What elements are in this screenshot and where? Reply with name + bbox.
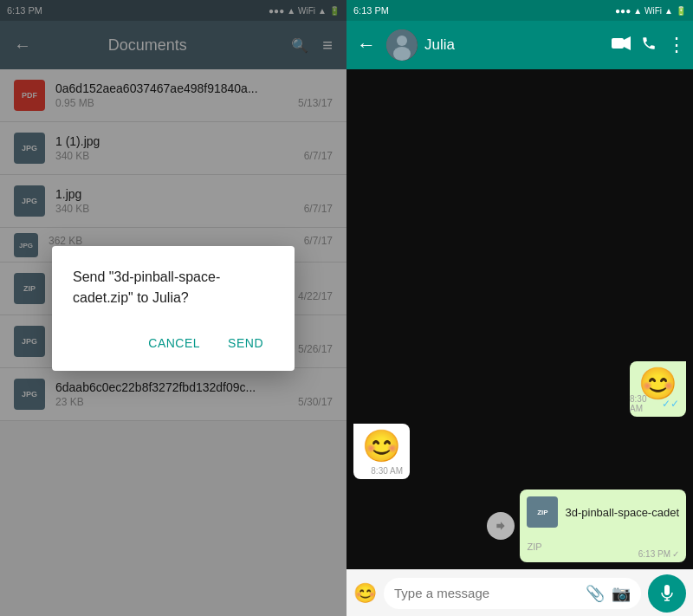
avatar-image: [386, 29, 418, 61]
cancel-button[interactable]: CANCEL: [138, 329, 210, 357]
file-bubble-details: 3d-pinball-space-cadet: [565, 506, 679, 519]
forward-button[interactable]: [487, 512, 515, 540]
file-msg-meta: 6:13 PM ✓: [638, 549, 679, 559]
file-bubble: ZIP 3d-pinball-space-cadet ZIP 6:13 PM ✓: [520, 490, 686, 562]
svg-point-2: [393, 47, 411, 61]
attach-button[interactable]: 📎: [586, 584, 605, 603]
emoji-picker-button[interactable]: 😊: [353, 582, 377, 605]
svg-rect-3: [612, 38, 624, 49]
received-message: 😊 8:30 AM: [353, 424, 686, 479]
file-bubble-inner: ZIP 3d-pinball-space-cadet: [527, 496, 679, 528]
svg-point-1: [397, 36, 407, 46]
contact-avatar: [386, 29, 418, 61]
more-options-button[interactable]: ⋮: [667, 36, 686, 55]
zip-file-icon: ZIP: [527, 496, 558, 528]
chat-back-button[interactable]: ←: [353, 30, 379, 60]
msg-meta-sent: 8:30 AM ✓✓: [630, 394, 679, 413]
right-panel: 6:13 PM ●●● ▲ WiFi ▲ 🔋 ← Julia: [346, 0, 693, 616]
time-right: 6:13 PM: [353, 5, 389, 16]
single-tick-icon: ✓: [672, 549, 679, 559]
chat-body: 😊 8:30 AM ✓✓ 😊 8:30 AM: [346, 69, 693, 569]
emoji-received: 😊: [362, 431, 401, 462]
message-input-wrapper: 📎 📷: [384, 578, 641, 609]
video-call-button[interactable]: [612, 36, 631, 55]
mic-button[interactable]: [648, 574, 686, 613]
contact-name: Julia: [424, 36, 605, 54]
file-bubble-name: 3d-pinball-space-cadet: [565, 506, 679, 519]
chat-wallpaper: 😊 8:30 AM ✓✓ 😊 8:30 AM: [346, 69, 693, 569]
sent-message: 😊 8:30 AM ✓✓: [353, 361, 686, 417]
messages-area: 😊 8:30 AM ✓✓ 😊 8:30 AM: [353, 361, 686, 562]
dialog-actions: CANCEL SEND: [73, 329, 274, 364]
chat-header: ← Julia ⋮: [346, 21, 693, 69]
voice-call-button[interactable]: [641, 36, 657, 55]
status-icons-right: ●●● ▲ WiFi ▲ 🔋: [615, 6, 686, 16]
dialog-overlay: Send "3d-pinball-space-cadet.zip" to Jul…: [0, 0, 346, 616]
bubble-sent: 😊 8:30 AM ✓✓: [630, 361, 686, 417]
chat-header-icons: ⋮: [612, 36, 686, 55]
file-message-row: ZIP 3d-pinball-space-cadet ZIP 6:13 PM ✓: [353, 490, 686, 562]
msg-meta-received: 8:30 AM: [371, 466, 403, 476]
left-panel: 6:13 PM ●●● ▲ WiFi ▲ 🔋 ← Documents 🔍 ≡ P…: [0, 0, 346, 616]
send-button[interactable]: SEND: [217, 329, 274, 357]
dialog-message: Send "3d-pinball-space-cadet.zip" to Jul…: [73, 267, 274, 308]
svg-rect-5: [664, 585, 670, 595]
bubble-received: 😊 8:30 AM: [353, 424, 410, 479]
confirm-dialog: Send "3d-pinball-space-cadet.zip" to Jul…: [52, 246, 295, 371]
svg-marker-4: [624, 36, 631, 50]
input-bar: 😊 📎 📷: [346, 569, 693, 616]
camera-button[interactable]: 📷: [612, 584, 631, 603]
message-input[interactable]: [394, 586, 579, 600]
double-tick-icon: ✓✓: [662, 398, 679, 410]
status-bar-right: 6:13 PM ●●● ▲ WiFi ▲ 🔋: [346, 0, 693, 21]
